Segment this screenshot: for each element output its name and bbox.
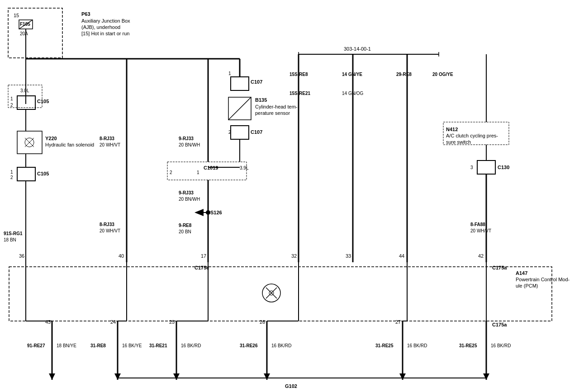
wiring-diagram: 15 F105 20A P63 Auxiliary Junction Box (…	[0, 0, 579, 392]
c1019-pin2: 2	[170, 170, 172, 175]
pcm-pin-24: 24	[110, 319, 116, 325]
pcm-pin-36: 36	[19, 253, 24, 259]
wire-20whvt-3: 20 WH/VT	[470, 228, 491, 233]
c175a-bot-label: C175a	[492, 322, 507, 327]
pcm-pin-33: 33	[346, 253, 351, 259]
pcm-pin-42: 42	[478, 253, 484, 259]
pcm-pin-27: 27	[395, 319, 401, 325]
c107-bot-label: C107	[251, 129, 262, 135]
wire-8fa88: 8-FA88	[470, 222, 485, 227]
wire-31re8: 31-RE8	[90, 343, 106, 348]
wire-15sre21: 15S-RE21	[290, 91, 311, 96]
wire-16bkye: 16 BK/YE	[122, 343, 142, 348]
p63-desc2: (AJB), underhood	[81, 24, 120, 30]
wire-14gnye: 14 GN/YE	[342, 72, 362, 77]
wire-20bnwh-1: 20 BN/WH	[179, 142, 200, 147]
a147-desc1: Powertrain Control Mod-	[516, 277, 570, 282]
bus-303-label: 303-14-00-1	[344, 46, 371, 52]
wire-20whvt-1: 20 WH/VT	[100, 142, 120, 147]
wire-15sre8: 15S-RE8	[290, 72, 308, 77]
n412-desc1: A/C clutch cycling pres-	[446, 133, 498, 138]
p63-desc3: [15] Hot in start or run	[81, 31, 129, 36]
c1019-pin1: 1	[197, 170, 199, 175]
wire-16bkrd-3: 16 BK/RD	[407, 343, 427, 348]
wire-8rj33-2: 8-RJ33	[100, 222, 114, 227]
wire-14gnog: 14 GN/OG	[342, 91, 363, 96]
c105-pin1-bot: 1	[10, 170, 13, 175]
wire-9re8: 9-RE8	[179, 223, 192, 228]
fuse-number: 15	[14, 13, 19, 18]
wire-20bnwh-2: 20 BN/WH	[179, 197, 200, 202]
diagram-svg: 15 F105 20A P63 Auxiliary Junction Box (…	[0, 0, 579, 392]
pcm-pin-32: 32	[291, 253, 297, 259]
wire-20bn: 20 BN	[179, 229, 191, 234]
wire-16bkrd-2: 16 BK/RD	[271, 343, 291, 348]
b135-label: B135	[255, 97, 267, 103]
c105-top-label: C105	[37, 99, 49, 104]
c1019-engine: 3.9L	[240, 165, 249, 170]
wire-18bnye: 18 BN/YE	[57, 343, 76, 348]
c105-pin1-top: 1	[10, 96, 13, 101]
c107-top-label: C107	[251, 79, 262, 85]
wire-16bkrd-4: 16 BK/RD	[491, 343, 511, 348]
c175c-label: C175c	[195, 265, 209, 270]
b135-desc2: perature sensor	[255, 110, 290, 116]
g102-label: G102	[285, 383, 297, 389]
wire-9rj33-1: 9-RJ33	[179, 136, 194, 141]
wire-8rj33-1: 8-RJ33	[100, 136, 114, 141]
pcm-pin-43: 43	[45, 319, 51, 325]
pcm-pin-26: 26	[260, 319, 265, 325]
c130-pin3: 3	[470, 165, 473, 170]
c107-pin2: 2	[228, 130, 231, 135]
wire-91s-rg1: 91S-RG1	[4, 231, 23, 236]
p63-label: P63	[81, 11, 90, 17]
wire-9rj33-2: 9-RJ33	[179, 190, 194, 195]
n412-desc2: sure switch	[446, 139, 471, 145]
a147-label: A147	[516, 270, 527, 276]
c105-bot-label: C105	[37, 171, 49, 176]
wire-31re25: 31-RE25	[375, 343, 394, 348]
c105-pin2-top: 2	[10, 103, 13, 108]
wire-20ogye: 20 OG/YE	[432, 72, 453, 77]
wire-18bn: 18 BN	[4, 237, 16, 242]
engine-label-c105: 3.0L	[20, 88, 29, 93]
pcm-pin-40: 40	[119, 253, 124, 259]
s126-label: S126	[210, 210, 222, 215]
pcm-pin-17: 17	[201, 253, 206, 259]
pcm-pin-25: 25	[169, 319, 175, 325]
b135-desc1: Cylinder-head tem-	[255, 104, 298, 109]
p63-desc1: Auxiliary Junction Box	[81, 18, 130, 24]
a147-desc2: ule (PCM)	[516, 283, 538, 288]
wire-29re8: 29-RE8	[396, 72, 412, 77]
fuse-rating: 20A	[20, 31, 28, 36]
c175a-top-label: C175a	[492, 265, 507, 270]
n412-label: N412	[446, 127, 458, 132]
wire-31re26: 31-RE26	[240, 343, 258, 348]
pcm-pin-44: 44	[399, 253, 404, 259]
wire-16bkrd-1: 16 BK/RD	[181, 343, 201, 348]
wire-31re21: 31-RE21	[149, 343, 167, 348]
wire-20whvt-2: 20 WH/VT	[100, 228, 120, 233]
wire-91re27: 91-RE27	[27, 343, 45, 348]
y220-desc: Hydraulic fan solenoid	[45, 142, 94, 147]
wire-31re25-2: 31-RE25	[459, 343, 477, 348]
y220-label: Y220	[45, 136, 57, 141]
c130-label: C130	[498, 165, 509, 170]
c105-pin2-bot: 2	[10, 175, 13, 180]
c107-pin1: 1	[228, 71, 231, 76]
